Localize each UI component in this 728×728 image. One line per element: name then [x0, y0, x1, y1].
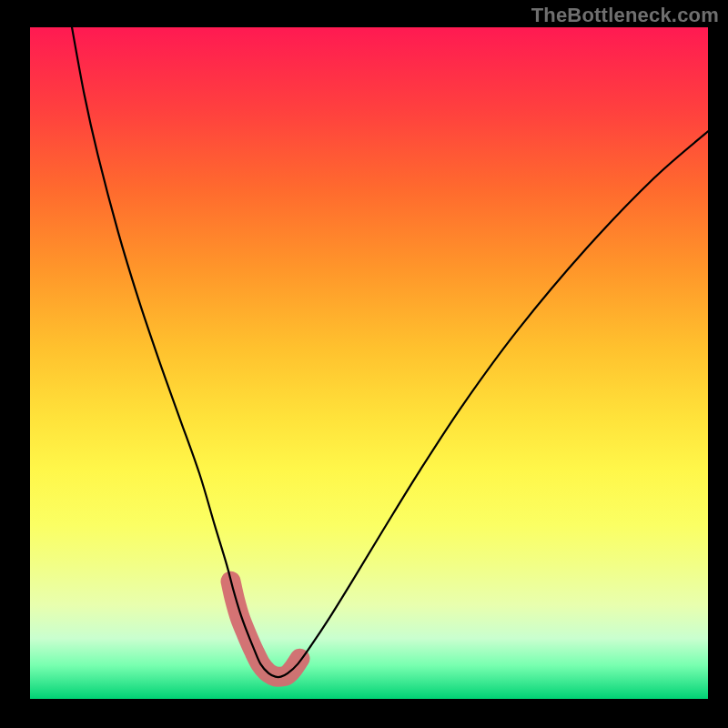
trough-highlight-line [231, 581, 300, 677]
plot-svg [30, 27, 708, 699]
bottleneck-curve-line [71, 27, 708, 677]
plot-area [30, 27, 708, 699]
watermark-text: TheBottleneck.com [531, 4, 719, 27]
chart-frame: TheBottleneck.com [0, 0, 728, 728]
